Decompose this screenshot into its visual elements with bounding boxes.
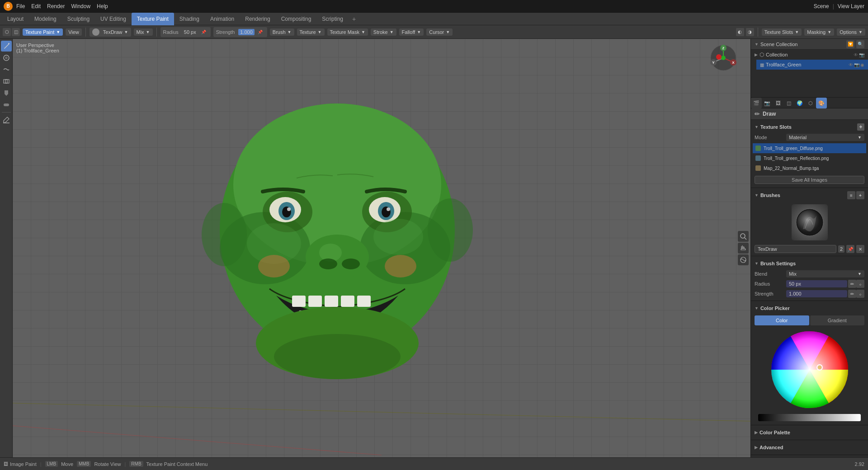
annotate-tool[interactable] xyxy=(1,114,12,125)
color-tab-color[interactable]: Color xyxy=(755,315,809,325)
viewport[interactable]: User Perspective (1) Trollface_Green Z X xyxy=(13,39,750,457)
texture-slots-header[interactable]: ▼ Texture Slots + xyxy=(751,122,868,132)
texture-slots-header[interactable]: Texture Slots ▼ xyxy=(762,28,802,36)
strength-keyframe-icon[interactable]: ⬦ xyxy=(856,290,864,298)
radius-control[interactable]: Radius 50 px 📌 xyxy=(160,27,211,37)
tab-rendering[interactable]: Rendering xyxy=(240,13,275,25)
outliner-collection[interactable]: ▶ ⬡ Collection 👁 📷 xyxy=(751,50,868,60)
brushes-header[interactable]: ▼ Brushes ≡ + xyxy=(751,190,868,201)
tab-layout[interactable]: Layout xyxy=(2,13,29,25)
color-tab-gradient[interactable]: Gradient xyxy=(810,315,865,325)
menu-edit[interactable]: Edit xyxy=(31,3,41,9)
blend-mode[interactable]: Mix ▼ xyxy=(134,28,153,36)
radius-keyframe-icon[interactable]: ⬦ xyxy=(856,280,864,288)
mesh-eye-icon[interactable]: 👁 xyxy=(849,62,853,67)
outliner-search[interactable]: 🔍 xyxy=(856,40,864,48)
prop-render-icon[interactable]: 📷 xyxy=(762,98,773,108)
save-all-images-button[interactable]: Save All Images xyxy=(755,176,864,184)
strength-control[interactable]: Strength 1.000 📌 xyxy=(213,27,267,37)
tab-shading[interactable]: Shading xyxy=(174,13,205,25)
prop-object-icon[interactable]: ⬡ xyxy=(805,98,816,108)
mode-value[interactable]: Material ▼ xyxy=(786,134,864,141)
orbit-tool[interactable] xyxy=(738,254,749,265)
main-layout: User Perspective (1) Trollface_Green Z X xyxy=(0,39,868,457)
color-wheel[interactable] xyxy=(769,329,850,410)
texture-mask-menu[interactable]: Texture Mask ▼ xyxy=(327,28,368,36)
menu-help[interactable]: Help xyxy=(97,3,108,9)
color-picker-title: Color Picker xyxy=(760,306,790,311)
tab-scripting[interactable]: Scripting xyxy=(316,13,349,25)
options-header[interactable]: Options ▼ xyxy=(837,28,865,36)
fill-tool[interactable] xyxy=(1,88,12,99)
masking-header[interactable]: Masking ▼ xyxy=(804,28,834,36)
brush-add-icon[interactable]: + xyxy=(856,191,864,199)
soften-tool[interactable] xyxy=(1,52,12,63)
tab-animation[interactable]: Animation xyxy=(205,13,240,25)
zoom-tool[interactable] xyxy=(738,231,749,242)
color-picker-header[interactable]: ▼ Color Picker xyxy=(751,303,868,314)
tab-sculpting[interactable]: Sculpting xyxy=(62,13,95,25)
prop-scene-icon[interactable]: 🎬 xyxy=(751,98,762,108)
add-workspace-button[interactable]: + xyxy=(349,14,359,24)
menu-file[interactable]: File xyxy=(16,3,25,9)
tab-compositing[interactable]: Compositing xyxy=(276,13,317,25)
menu-window[interactable]: Window xyxy=(71,3,90,9)
texture-item-diffuse[interactable]: Troll_Troll_green_Diffuse.png xyxy=(753,143,866,153)
cursor-menu[interactable]: Cursor ▼ xyxy=(426,28,453,36)
tab-modeling[interactable]: Modeling xyxy=(29,13,62,25)
add-texture-slot-button[interactable]: + xyxy=(857,123,864,131)
brush-list-icon[interactable]: ≡ xyxy=(847,191,855,199)
brush-menu[interactable]: Brush ▼ xyxy=(270,28,294,36)
collection-camera-icon[interactable]: 📷 xyxy=(859,52,864,57)
radius-value-prop[interactable]: 50 px xyxy=(786,280,847,287)
tab-texture-paint[interactable]: Texture Paint xyxy=(132,13,174,25)
brush-preset[interactable]: TexDraw ▼ xyxy=(90,28,131,37)
texture-menu[interactable]: Texture ▼ xyxy=(297,28,325,36)
texture-item-bump[interactable]: Map_22_Normal_Bump.tga xyxy=(753,163,866,173)
texture-item-reflection[interactable]: Troll_Troll_green_Reflection.png xyxy=(753,153,866,163)
svg-point-14 xyxy=(342,258,360,269)
strength-value-prop[interactable]: 1.000 xyxy=(786,290,847,297)
outliner-collapse-icon[interactable]: ▼ xyxy=(755,42,759,47)
brush-name-input[interactable] xyxy=(755,245,836,253)
stroke-menu[interactable]: Stroke ▼ xyxy=(371,28,396,36)
radius-edit-icon[interactable]: ✏ xyxy=(848,280,856,288)
menu-bar[interactable]: File Edit Render Window Help xyxy=(16,3,108,9)
prop-view-icon[interactable]: ◫ xyxy=(783,98,794,108)
prop-material-icon[interactable]: 🎨 xyxy=(816,98,827,108)
radius-pin[interactable]: 📌 xyxy=(200,28,208,36)
mode-icon[interactable]: ⬡ xyxy=(3,28,11,36)
outliner-trollface[interactable]: ▦ Trollface_Green 👁 📷 ◉ xyxy=(756,60,868,70)
advanced-header[interactable]: ▶ Advanced xyxy=(751,442,868,453)
color-palette-header[interactable]: ▶ Color Palette xyxy=(751,427,868,438)
falloff-menu[interactable]: Falloff ▼ xyxy=(399,28,424,36)
smear-tool[interactable] xyxy=(1,64,12,75)
blend-value[interactable]: Mix ▼ xyxy=(786,270,864,277)
brush-pin-icon[interactable]: 📌 xyxy=(846,245,854,253)
brush-settings-header[interactable]: ▼ Brush Settings xyxy=(751,258,868,269)
image-paint-label: Image Paint xyxy=(10,461,37,467)
collection-eye-icon[interactable]: 👁 xyxy=(854,52,858,57)
draw-tool[interactable] xyxy=(1,41,12,52)
outliner-filter[interactable]: 🔽 xyxy=(846,40,854,48)
mask-tool[interactable] xyxy=(1,99,12,110)
prop-world-icon[interactable]: 🌍 xyxy=(794,98,805,108)
color-wheel-container[interactable] xyxy=(751,327,868,412)
strength-edit-icon[interactable]: ✏ xyxy=(848,290,856,298)
hand-tool[interactable] xyxy=(738,243,749,254)
color-value-bar[interactable] xyxy=(758,414,861,421)
mesh-camera-icon[interactable]: 📷 xyxy=(854,62,859,67)
tab-uv-editing[interactable]: UV Editing xyxy=(95,13,132,25)
clone-tool[interactable] xyxy=(1,76,12,87)
view-menu[interactable]: View xyxy=(66,28,82,36)
brush-delete-icon[interactable]: ✕ xyxy=(856,245,864,253)
strength-pin[interactable]: 📌 xyxy=(256,28,264,36)
menu-render[interactable]: Render xyxy=(47,3,65,9)
mesh-select-icon[interactable]: ◉ xyxy=(860,62,864,67)
xray-toggle[interactable]: ◐ xyxy=(736,28,744,36)
texture-paint-mode[interactable]: Texture Paint ▼ xyxy=(23,28,63,36)
prop-output-icon[interactable]: 🖼 xyxy=(773,98,783,108)
axis-gizmo[interactable]: Z X Y xyxy=(710,44,737,73)
view-icon[interactable]: ◫ xyxy=(12,28,20,36)
overlay-toggle[interactable]: ◑ xyxy=(746,28,754,36)
